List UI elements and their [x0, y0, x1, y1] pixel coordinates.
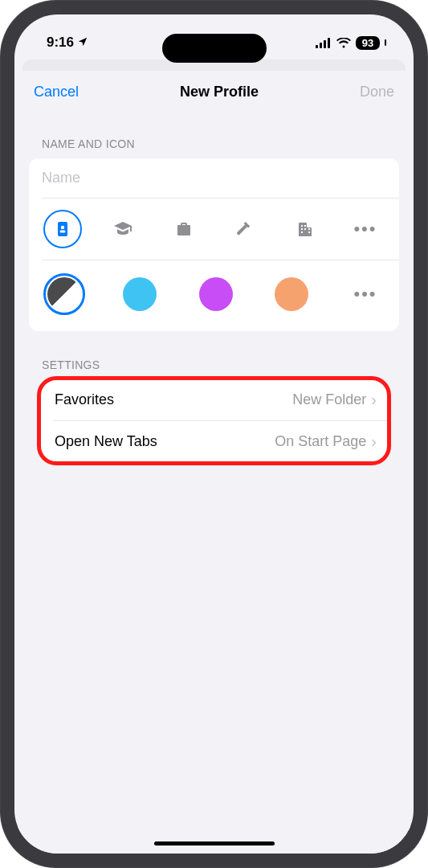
badge-icon[interactable]: [43, 210, 82, 248]
color-swatch-blue[interactable]: [119, 273, 161, 315]
graduation-cap-icon[interactable]: [104, 210, 142, 248]
cellular-icon: [316, 38, 332, 48]
svg-rect-2: [324, 40, 326, 48]
location-icon: [77, 36, 88, 50]
chevron-right-icon: ›: [371, 391, 377, 409]
dynamic-island: [162, 34, 267, 63]
favorites-value: New Folder: [292, 391, 366, 408]
phone-frame: 9:16 93: [0, 0, 428, 868]
svg-rect-6: [60, 231, 66, 233]
color-swatch-split[interactable]: [43, 273, 85, 315]
favorites-row[interactable]: Favorites New Folder ›: [40, 379, 388, 420]
section-header-settings: SETTINGS: [18, 331, 410, 379]
name-input[interactable]: [29, 158, 399, 198]
chevron-right-icon: ›: [371, 432, 377, 451]
open-new-tabs-value: On Start Page: [275, 433, 366, 450]
battery-icon: 93: [356, 36, 380, 50]
name-icon-card: •••: [29, 158, 399, 331]
color-picker-row: •••: [29, 260, 399, 331]
open-new-tabs-label: Open New Tabs: [55, 433, 157, 450]
svg-rect-0: [316, 45, 318, 48]
status-time: 9:16: [47, 35, 74, 51]
hammer-icon[interactable]: [225, 210, 263, 248]
more-colors-button[interactable]: •••: [346, 275, 385, 313]
section-header-name-icon: NAME AND ICON: [18, 110, 410, 158]
color-swatch-orange[interactable]: [271, 273, 312, 315]
screen: 9:16 93: [14, 14, 414, 854]
home-indicator[interactable]: [154, 841, 275, 845]
briefcase-icon[interactable]: [165, 210, 203, 248]
settings-card: Favorites New Folder › Open New Tabs On …: [40, 379, 388, 462]
more-icons-button[interactable]: •••: [346, 210, 385, 248]
nav-bar: Cancel New Profile Done: [18, 71, 410, 110]
svg-rect-1: [320, 43, 322, 48]
done-button[interactable]: Done: [360, 84, 394, 100]
svg-point-5: [61, 226, 64, 229]
svg-rect-3: [328, 38, 330, 48]
building-icon[interactable]: [286, 210, 324, 248]
favorites-label: Favorites: [55, 391, 114, 408]
modal-sheet: Cancel New Profile Done NAME AND ICON: [18, 71, 410, 854]
open-new-tabs-row[interactable]: Open New Tabs On Start Page ›: [40, 421, 388, 462]
icon-picker-row: •••: [29, 199, 399, 260]
page-title: New Profile: [180, 84, 259, 100]
cancel-button[interactable]: Cancel: [34, 84, 79, 100]
wifi-icon: [336, 38, 351, 48]
color-swatch-purple[interactable]: [195, 273, 237, 315]
